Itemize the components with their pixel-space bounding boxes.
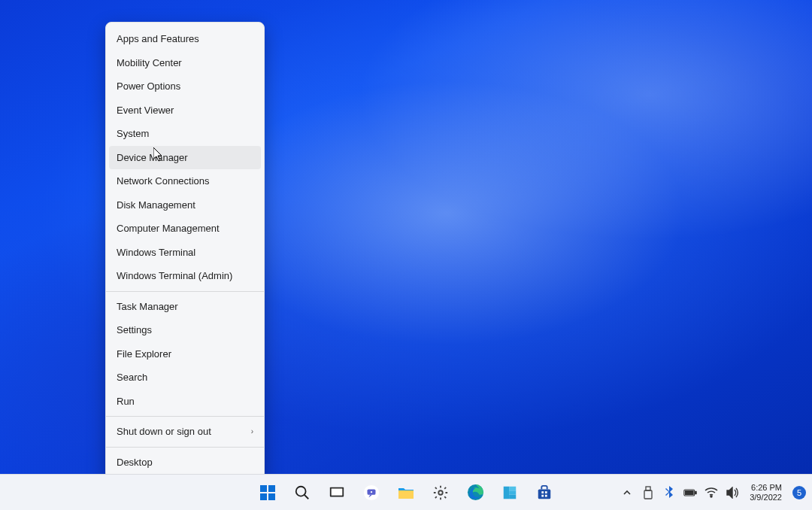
svg-rect-17: [509, 494, 516, 499]
wifi-icon: [704, 487, 718, 498]
teams-button[interactable]: [495, 478, 525, 508]
svg-point-10: [371, 490, 372, 492]
menu-item-windows-terminal[interactable]: Windows Terminal: [106, 241, 264, 265]
search-button[interactable]: [287, 478, 317, 508]
menu-item-label: Task Manager: [117, 301, 178, 312]
file-explorer-button[interactable]: [391, 478, 421, 508]
svg-point-28: [710, 496, 712, 497]
menu-item-file-explorer[interactable]: File Explorer: [106, 342, 264, 366]
battery-icon: [683, 487, 697, 498]
menu-divider: [106, 416, 264, 417]
svg-rect-26: [695, 491, 697, 493]
tray-wifi-button[interactable]: [704, 486, 718, 499]
menu-item-shutdown-signout[interactable]: Shut down or sign out ›: [106, 420, 264, 444]
svg-rect-3: [268, 493, 275, 500]
usb-icon: [643, 486, 653, 499]
menu-item-label: Windows Terminal (Admin): [117, 270, 232, 281]
menu-item-task-manager[interactable]: Task Manager: [106, 295, 264, 319]
menu-divider: [106, 291, 264, 292]
mouse-cursor-icon: [153, 147, 164, 162]
svg-rect-18: [538, 489, 551, 499]
menu-item-system[interactable]: System: [106, 122, 264, 146]
svg-rect-1: [268, 485, 275, 492]
svg-rect-24: [644, 490, 652, 499]
svg-rect-11: [398, 490, 414, 499]
tray-volume-button[interactable]: [726, 486, 739, 499]
menu-item-event-viewer[interactable]: Event Viewer: [106, 99, 264, 123]
store-icon: [536, 484, 553, 501]
taskbar-center: [253, 475, 559, 510]
chat-icon: [363, 484, 380, 501]
svg-rect-19: [541, 491, 544, 493]
menu-item-label: Computer Management: [117, 223, 220, 234]
edge-button[interactable]: [460, 478, 490, 508]
menu-item-search[interactable]: Search: [106, 366, 264, 390]
task-view-icon: [329, 484, 345, 501]
start-button[interactable]: [253, 478, 283, 508]
menu-item-disk-management[interactable]: Disk Management: [106, 193, 264, 217]
menu-item-label: Disk Management: [117, 199, 195, 211]
svg-rect-14: [504, 486, 509, 499]
menu-item-computer-management[interactable]: Computer Management: [106, 217, 264, 241]
menu-item-label: Mobility Center: [117, 57, 182, 68]
menu-item-label: Apps and Features: [117, 33, 199, 44]
svg-point-4: [296, 486, 306, 496]
settings-button[interactable]: [426, 478, 456, 508]
tray-usb-button[interactable]: [641, 486, 655, 499]
system-tray: 6:26 PM 3/9/2022 5: [620, 475, 806, 510]
menu-item-label: Run: [117, 396, 135, 407]
menu-item-label: Network Connections: [117, 175, 210, 187]
svg-rect-21: [541, 494, 544, 496]
tray-bluetooth-button[interactable]: [662, 486, 676, 499]
svg-rect-15: [509, 486, 516, 490]
svg-rect-0: [260, 485, 267, 492]
svg-rect-22: [545, 494, 547, 496]
menu-item-network-connections[interactable]: Network Connections: [106, 169, 264, 193]
notification-badge[interactable]: 5: [792, 486, 806, 499]
microsoft-store-button[interactable]: [529, 478, 559, 508]
winx-context-menu: Apps and Features Mobility Center Power …: [105, 22, 265, 479]
menu-item-desktop[interactable]: Desktop: [106, 451, 264, 475]
clock-time: 6:26 PM: [750, 483, 782, 493]
menu-item-label: Settings: [117, 324, 152, 335]
task-view-button[interactable]: [322, 478, 352, 508]
menu-item-label: Event Viewer: [117, 105, 174, 116]
notification-count: 5: [797, 488, 801, 497]
chevron-up-icon: [623, 488, 632, 497]
svg-rect-2: [260, 493, 267, 500]
svg-rect-20: [545, 491, 547, 493]
menu-item-label: Shut down or sign out: [117, 426, 211, 437]
taskbar: 6:26 PM 3/9/2022 5: [0, 474, 812, 510]
tray-overflow-button[interactable]: [620, 486, 634, 499]
menu-item-settings[interactable]: Settings: [106, 318, 264, 342]
svg-point-12: [438, 490, 443, 495]
menu-item-windows-terminal-admin[interactable]: Windows Terminal (Admin): [106, 264, 264, 288]
menu-divider: [106, 447, 264, 448]
tray-battery-button[interactable]: [683, 486, 697, 499]
speaker-icon: [726, 487, 739, 499]
menu-item-apps-and-features[interactable]: Apps and Features: [106, 27, 264, 51]
menu-item-label: File Explorer: [117, 348, 171, 360]
menu-item-label: Search: [117, 372, 147, 383]
gear-icon: [432, 484, 449, 501]
menu-item-label: Windows Terminal: [117, 247, 195, 258]
menu-item-label: Desktop: [117, 457, 153, 468]
teams-icon: [501, 484, 518, 501]
menu-item-power-options[interactable]: Power Options: [106, 74, 264, 99]
taskbar-clock[interactable]: 6:26 PM 3/9/2022: [750, 483, 782, 502]
svg-rect-27: [686, 490, 694, 494]
menu-item-run[interactable]: Run: [106, 390, 264, 414]
clock-date: 3/9/2022: [750, 493, 782, 502]
search-icon: [294, 484, 311, 501]
svg-rect-7: [332, 488, 343, 495]
menu-item-device-manager[interactable]: Device Manager: [109, 146, 261, 170]
svg-rect-16: [509, 490, 516, 495]
folder-icon: [397, 484, 415, 502]
chevron-right-icon: ›: [251, 427, 253, 436]
svg-rect-23: [646, 487, 650, 490]
menu-item-label: Power Options: [117, 80, 180, 92]
menu-item-label: Device Manager: [117, 152, 188, 163]
edge-icon: [467, 484, 484, 501]
menu-item-mobility-center[interactable]: Mobility Center: [106, 51, 264, 75]
chat-button[interactable]: [356, 478, 386, 508]
